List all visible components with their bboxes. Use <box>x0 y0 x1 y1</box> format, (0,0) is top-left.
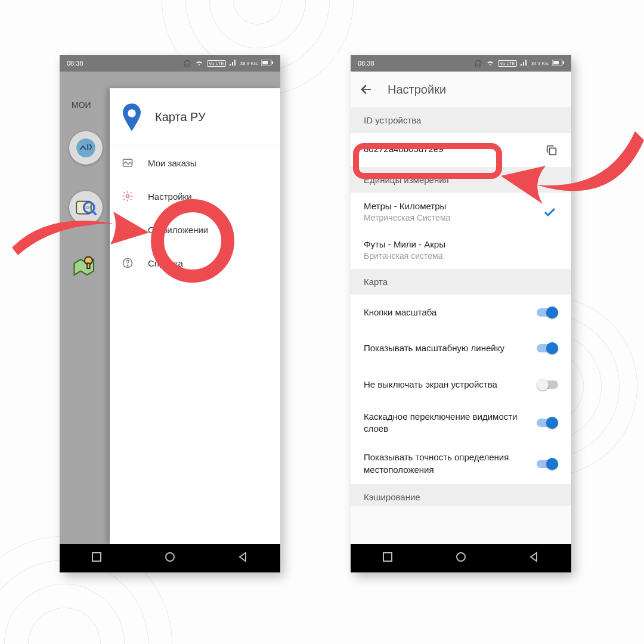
headphones-icon: 🎧 <box>474 60 482 67</box>
signal-icon <box>230 60 237 67</box>
page-title: Настройки <box>388 83 446 97</box>
svg-rect-1 <box>272 61 273 64</box>
toggle-switch[interactable] <box>537 417 558 429</box>
menu-label: О приложении <box>148 225 208 235</box>
info-icon <box>122 224 134 236</box>
svg-point-18 <box>127 227 128 228</box>
svg-rect-24 <box>563 61 564 64</box>
checkmark-icon <box>543 205 557 222</box>
bg-bubble-3 <box>69 250 103 284</box>
phone-right: 08:38 🎧 Vo LTE 34.3 K/s Настройки ID уст… <box>351 55 571 572</box>
battery-icon <box>261 60 273 67</box>
section-header-units: Единицы измерения <box>351 167 571 193</box>
device-id-row[interactable]: 80272a4bb05d72e9 <box>351 133 571 167</box>
menu-item-help[interactable]: Справка <box>110 246 280 280</box>
background-tab-label: МОИ <box>72 100 91 110</box>
wifi-icon <box>486 60 494 67</box>
back-arrow-icon[interactable] <box>359 82 373 97</box>
nav-recent-icon[interactable] <box>91 552 102 565</box>
svg-point-28 <box>457 553 465 561</box>
switch-label: Каскадное переключение видимости слоев <box>364 411 558 435</box>
bg-bubble-1 <box>69 131 103 165</box>
toggle-switch[interactable] <box>537 342 558 354</box>
app-bar: Настройки <box>351 72 571 107</box>
menu-label: Мои заказы <box>148 158 197 168</box>
nav-recent-icon[interactable] <box>382 552 393 565</box>
signal-icon <box>521 60 528 67</box>
option-title: Метры - Километры <box>364 201 558 211</box>
app-logo-pin-icon <box>120 103 143 131</box>
drawer-header: Карта РУ <box>110 88 280 146</box>
navigation-drawer: Карта РУ Мои заказы Настройки <box>110 88 280 544</box>
section-header-map: Карта <box>351 269 571 295</box>
bg-bubble-2: OSM <box>69 191 103 224</box>
wifi-icon <box>195 60 203 67</box>
toggle-switch[interactable] <box>537 306 558 318</box>
svg-rect-26 <box>549 148 556 154</box>
switch-label: Не выключать экран устройства <box>364 379 558 391</box>
menu-item-about[interactable]: О приложении <box>110 213 280 246</box>
nav-home-icon[interactable] <box>165 552 175 565</box>
option-subtitle: Британская система <box>364 251 558 261</box>
switch-scale-ruler[interactable]: Показывать масштабную линейку <box>351 330 571 366</box>
nav-back-icon[interactable] <box>238 552 249 565</box>
battery-icon <box>552 60 564 67</box>
volte-icon: Vo LTE <box>498 60 517 67</box>
unit-option-imperial[interactable]: Футы - Мили - Акры Британская система <box>351 231 571 269</box>
unit-option-metric[interactable]: Метры - Километры Метрическая Система <box>351 193 571 231</box>
switch-cascade-layers[interactable]: Каскадное переключение видимости слоев <box>351 402 571 444</box>
app-title: Карта РУ <box>155 110 206 124</box>
switch-label: Показывать масштабную линейку <box>364 342 558 354</box>
section-header-device-id: ID устройства <box>351 107 571 133</box>
svg-point-22 <box>166 553 174 561</box>
android-nav-bar <box>60 544 280 572</box>
svg-text:OSM: OSM <box>84 206 91 209</box>
switch-label: Показывать точность определения местопол… <box>364 451 558 476</box>
menu-item-settings[interactable]: Настройки <box>110 179 280 213</box>
volte-icon: Vo LTE <box>207 60 226 67</box>
help-icon <box>122 257 134 269</box>
toggle-switch[interactable] <box>537 379 558 391</box>
status-time: 08:38 <box>358 60 374 67</box>
nav-back-icon[interactable] <box>529 552 540 565</box>
toggle-switch[interactable] <box>537 458 558 470</box>
svg-rect-27 <box>383 553 392 561</box>
nav-home-icon[interactable] <box>456 552 466 565</box>
status-bar: 08:38 🎧 Vo LTE 34.3 K/s <box>351 55 571 72</box>
section-header-caching: Кэширование <box>351 484 571 506</box>
switch-zoom-buttons[interactable]: Кнопки масштаба <box>351 295 571 330</box>
svg-point-15 <box>126 195 129 198</box>
svg-point-3 <box>76 138 95 157</box>
option-title: Футы - Мили - Акры <box>364 239 558 249</box>
switch-location-accuracy[interactable]: Показывать точность определения местопол… <box>351 443 571 484</box>
copy-icon[interactable] <box>545 144 558 157</box>
svg-line-6 <box>92 210 97 215</box>
svg-point-20 <box>127 265 128 266</box>
option-subtitle: Метрическая Система <box>364 213 558 222</box>
switch-label: Кнопки масштаба <box>364 306 558 318</box>
switch-keep-screen-on[interactable]: Не выключать экран устройства <box>351 367 571 402</box>
svg-rect-21 <box>92 553 101 561</box>
menu-label: Настройки <box>148 191 192 202</box>
svg-rect-25 <box>553 61 559 64</box>
map-picture-icon <box>122 157 134 169</box>
svg-point-13 <box>128 109 136 117</box>
data-rate: 38.9 K/s <box>240 61 258 66</box>
android-nav-bar <box>351 544 571 572</box>
menu-item-orders[interactable]: Мои заказы <box>110 146 280 179</box>
status-bar: 08:38 🎧 Vo LTE 38.9 K/s <box>60 55 280 72</box>
headphones-icon: 🎧 <box>183 60 191 67</box>
svg-rect-9 <box>87 264 89 269</box>
gear-icon <box>122 190 134 202</box>
dimmed-main-content: МОИ OSM Карта РУ <box>60 72 280 544</box>
data-rate: 34.3 K/s <box>531 61 549 66</box>
status-time: 08:38 <box>67 60 83 67</box>
svg-rect-2 <box>262 61 268 64</box>
phone-left: 08:38 🎧 Vo LTE 38.9 K/s МОИ OSM <box>60 55 280 572</box>
menu-label: Справка <box>148 258 183 268</box>
device-id-value: 80272a4bb05d72e9 <box>364 144 443 154</box>
